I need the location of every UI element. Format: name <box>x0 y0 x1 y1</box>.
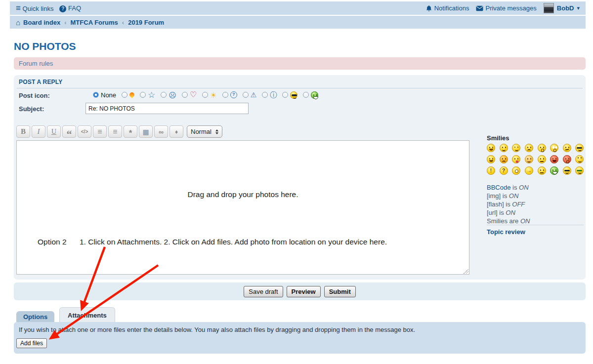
insert-image-button[interactable]: ▦ <box>139 125 153 138</box>
smiley-smile[interactable] <box>500 144 508 152</box>
bbcode-status-line: Smilies are ON <box>487 217 530 225</box>
bbcode-status-line: [flash] is OFF <box>487 200 530 208</box>
smiley-arrow[interactable]: → <box>525 166 533 175</box>
post-icon-option-information[interactable]: ⓘ <box>262 91 277 98</box>
post-icon-option-mr-green[interactable] <box>303 91 318 99</box>
smiley-exclamation[interactable]: ! <box>487 166 495 175</box>
bbcode-tag-label: Smilies <box>487 217 508 225</box>
smiley-cool[interactable] <box>575 144 584 152</box>
panel-divider <box>17 88 583 88</box>
breadcrumb-bar: ⌂ Board index ‹ MTFCA Forums ‹ 2019 Foru… <box>10 16 586 29</box>
bbcode-status-line: [url] is ON <box>487 208 530 217</box>
radio-none[interactable] <box>93 92 99 98</box>
post-icon-option-none[interactable]: None <box>93 91 116 99</box>
code-icon: </> <box>81 129 88 134</box>
tab-attachments[interactable]: Attachments <box>59 307 115 322</box>
message-textarea[interactable]: Drag and drop your photos here. Option 2… <box>16 140 469 275</box>
post-icon-label: Post icon: <box>19 92 50 99</box>
radio-attention[interactable] <box>243 92 249 98</box>
post-icon-option-heart[interactable]: ♡ <box>182 91 197 99</box>
smiley-mr-green[interactable] <box>550 166 558 175</box>
smiley-razz[interactable] <box>512 155 520 163</box>
italic-button[interactable]: I <box>32 125 45 138</box>
radio-information[interactable] <box>262 92 268 98</box>
bbcode-state: ON <box>519 184 529 191</box>
smiley-surprised[interactable] <box>538 144 546 152</box>
bbcode-status-list: BBCode is ON[img] is ON[flash] is OFF[ur… <box>487 183 530 225</box>
smiley-uber-geek[interactable] <box>575 166 584 175</box>
bbcode-tag-label: [url] <box>487 209 498 216</box>
radio-shock[interactable] <box>161 92 167 98</box>
radio-question[interactable] <box>222 92 228 98</box>
link-icon: ∞ <box>159 128 164 136</box>
smiley-crying[interactable] <box>538 155 546 163</box>
add-files-button[interactable]: Add files <box>16 338 47 348</box>
insert-link-button[interactable]: ∞ <box>154 125 168 138</box>
quick-links-menu[interactable]: ≡ Quick links <box>16 4 53 12</box>
smiley-evil[interactable] <box>550 155 558 163</box>
submit-button[interactable]: Submit <box>324 286 356 297</box>
post-icon-option-fire[interactable] <box>122 92 134 98</box>
post-icon-option-question[interactable]: ? <box>222 91 237 98</box>
breadcrumb-2019-forum[interactable]: 2019 Forum <box>128 19 164 26</box>
smiley-question[interactable]: ? <box>500 166 508 175</box>
textarea-resize-handle[interactable] <box>464 269 468 274</box>
code-button[interactable]: </> <box>78 125 91 138</box>
smiley-mad[interactable] <box>500 155 508 163</box>
subject-label: Subject: <box>19 105 44 113</box>
breadcrumb: ⌂ Board index ‹ MTFCA Forums ‹ 2019 Foru… <box>10 16 586 29</box>
bbcode-state: OFF <box>512 201 525 208</box>
bold-button[interactable]: B <box>16 125 30 138</box>
radio-star[interactable] <box>140 92 146 98</box>
smiley-wink[interactable] <box>512 144 520 152</box>
star-icon: ☆ <box>148 91 155 99</box>
breadcrumb-board-index[interactable]: Board index <box>23 19 60 26</box>
post-icon-option-cool[interactable] <box>282 91 297 99</box>
faq-link[interactable]: ? FAQ <box>59 4 81 12</box>
smiley-sad[interactable] <box>525 144 533 152</box>
smiley-laughing[interactable] <box>487 155 495 163</box>
tab-options[interactable]: Options <box>16 311 54 322</box>
smiley-embarrassed[interactable] <box>525 155 533 163</box>
smilies-title: Smilies <box>487 134 509 142</box>
list-numbered-button[interactable]: ≡ <box>108 125 122 138</box>
list-item-button[interactable]: * <box>124 125 137 138</box>
smiley-idea[interactable] <box>512 166 520 175</box>
radio-heart[interactable] <box>182 92 188 98</box>
notifications-link[interactable]: Notifications <box>425 4 469 12</box>
list-bullet-button[interactable]: ≡ <box>93 125 107 138</box>
username-menu[interactable]: BobD <box>557 4 574 12</box>
post-icon-option-shock[interactable]: ☹ <box>161 91 176 99</box>
envelope-icon <box>476 5 483 11</box>
smiley-rolleyes[interactable] <box>575 155 584 163</box>
smiley-confused[interactable] <box>563 144 571 152</box>
smiley-geek[interactable] <box>563 166 571 175</box>
private-messages-link[interactable]: Private messages <box>476 4 536 12</box>
subject-input[interactable] <box>85 103 249 114</box>
breadcrumb-mtfca-forums[interactable]: MTFCA Forums <box>71 19 118 26</box>
font-size-select[interactable]: Normal <box>187 125 222 138</box>
post-icon-option-idea[interactable]: ☀ <box>202 91 216 99</box>
post-icon-option-attention[interactable]: ⚠ <box>243 91 257 98</box>
forum-rules-link[interactable]: Forum rules <box>19 60 53 67</box>
preview-button[interactable]: Preview <box>287 286 321 297</box>
radio-idea[interactable] <box>202 92 208 98</box>
breadcrumb-separator: ‹ <box>121 19 125 26</box>
save-draft-button[interactable]: Save draft <box>244 286 283 297</box>
post-icon-option-star[interactable]: ☆ <box>140 91 155 99</box>
quote-button[interactable]: “ <box>62 125 76 138</box>
bbcode-faq-link[interactable]: BBCode <box>487 184 510 191</box>
smiley-twisted[interactable] <box>563 155 571 163</box>
font-color-button[interactable]: ♦ <box>169 125 183 138</box>
radio-cool[interactable] <box>282 92 288 98</box>
underline-button[interactable]: U <box>47 125 61 138</box>
smiley-very-happy[interactable] <box>487 144 495 152</box>
smiley-neutral[interactable] <box>538 166 546 175</box>
smiley-eek[interactable] <box>550 144 558 152</box>
avatar[interactable] <box>544 3 554 13</box>
topic-review-link[interactable]: Topic review <box>487 228 525 236</box>
radio-fire[interactable] <box>122 92 127 98</box>
radio-mr-green[interactable] <box>303 92 309 98</box>
question-icon: ? <box>230 91 237 98</box>
message-annotation-option-label: Option 2 <box>38 238 67 246</box>
